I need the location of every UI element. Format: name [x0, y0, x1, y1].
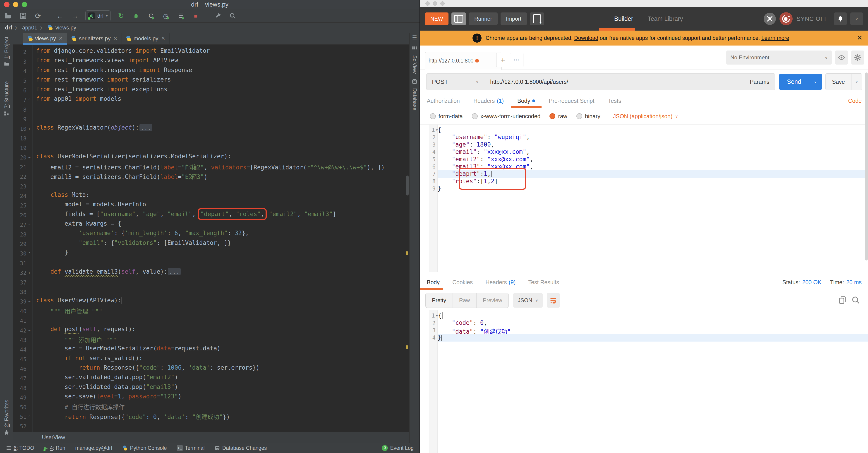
close-tab-icon[interactable]: ✕ — [161, 36, 165, 41]
response-format-select[interactable]: JSON ∨ — [513, 293, 543, 308]
run-configuration-select[interactable]: dj drf ▾ — [85, 10, 111, 21]
back-icon[interactable]: ← — [56, 11, 64, 20]
sync-icon[interactable]: ⟳ — [33, 11, 42, 20]
tab-overflow-button[interactable]: ••• — [510, 53, 523, 67]
environment-select[interactable]: No Environment ∨ — [726, 51, 832, 65]
account-menu-button[interactable]: ∨ — [850, 12, 863, 25]
open-icon[interactable] — [4, 11, 13, 20]
close-button[interactable] — [4, 2, 9, 7]
fold-marker-icon[interactable]: − — [27, 299, 32, 304]
environment-preview-button[interactable] — [835, 51, 848, 65]
run-options-icon[interactable]: ☰▶ — [176, 11, 185, 20]
status-item-database-changes[interactable]: Database Changes — [215, 445, 267, 451]
fold-marker-icon[interactable]: − — [27, 194, 32, 199]
tab-builder[interactable]: Builder — [614, 16, 633, 23]
status-item-4-run[interactable]: ▶4: Run — [44, 445, 65, 451]
profiler-icon[interactable]: ◷▶ — [161, 11, 170, 20]
fold-marker-icon[interactable]: ⌃ — [27, 415, 32, 420]
scrollbar[interactable] — [865, 72, 868, 261]
search-icon[interactable] — [228, 11, 237, 20]
tab-authorization[interactable]: Authorization — [427, 94, 460, 108]
save-icon[interactable] — [19, 11, 28, 20]
warning-stripe-mark[interactable] — [406, 345, 408, 349]
tab-tests[interactable]: Tests — [608, 94, 621, 108]
close-tab-icon[interactable]: ✕ — [59, 36, 63, 41]
radio-raw[interactable]: raw — [550, 113, 570, 120]
status-item-terminal[interactable]: ›_Terminal — [177, 445, 205, 451]
sidebar-item-7-Structure[interactable]: 7: Structure — [4, 81, 10, 118]
sidebar-item-1-Project[interactable]: 1: Project — [4, 37, 10, 68]
run-coverage-icon[interactable]: C▶ — [147, 11, 156, 20]
fold-marker-icon[interactable]: − — [27, 328, 32, 333]
learn-more-link[interactable]: Learn more — [762, 35, 789, 41]
status-item-manage-py-drf[interactable]: manage.py@drf — [75, 445, 112, 451]
notifications-button[interactable] — [834, 12, 847, 25]
warning-stripe-mark[interactable] — [406, 251, 408, 255]
editor-code[interactable]: from django.core.validators import Email… — [33, 44, 409, 432]
response-tab-headers[interactable]: Headers(9) — [486, 274, 516, 290]
import-button[interactable]: Import — [501, 12, 527, 25]
editor-tab-views-py[interactable]: views.py✕ — [23, 33, 67, 44]
radio-x-www-form-urlencoded[interactable]: x-www-form-urlencoded — [472, 113, 544, 120]
method-select[interactable]: POST ∨ — [427, 73, 484, 90]
status-item-6-todo[interactable]: 6: TODO — [6, 445, 34, 451]
close-button[interactable] — [425, 1, 430, 6]
settings-button[interactable] — [851, 51, 864, 65]
code-link[interactable]: Code — [848, 98, 862, 104]
debug-icon[interactable] — [131, 11, 141, 20]
new-button[interactable]: NEW — [425, 12, 448, 25]
tab-headers[interactable]: Headers(1) — [473, 94, 504, 108]
params-button[interactable]: Params — [744, 73, 775, 90]
close-banner-icon[interactable]: ✕ — [857, 34, 863, 42]
view-tab-preview[interactable]: Preview — [476, 293, 508, 308]
postman-logo-icon[interactable] — [779, 12, 793, 25]
code-editor[interactable]: 234567⌃8910+181920−21222324−252627−28293… — [13, 44, 409, 432]
breadcrumb-item[interactable]: app01 — [22, 25, 37, 31]
editor-scrollbar[interactable] — [406, 176, 409, 195]
fold-marker-icon[interactable]: + — [27, 271, 32, 275]
zoom-button[interactable] — [440, 1, 445, 6]
forward-icon[interactable]: → — [70, 11, 80, 20]
new-window-button[interactable] — [530, 12, 544, 25]
view-tab-raw[interactable]: Raw — [453, 293, 476, 308]
tab-list-icon[interactable]: ☰ — [412, 34, 417, 41]
editor-tab-serializers-py[interactable]: serializers.py✕ — [67, 33, 122, 44]
radio-form-data[interactable]: form-data — [430, 113, 466, 120]
fold-marker-icon[interactable]: − — [27, 155, 32, 160]
radio-binary[interactable]: binary — [577, 113, 603, 120]
editor-tab-models-py[interactable]: models.py✕ — [122, 33, 169, 44]
fold-marker-icon[interactable]: + — [27, 127, 32, 131]
response-tab-cookies[interactable]: Cookies — [452, 274, 473, 290]
copy-icon[interactable] — [838, 296, 847, 305]
event-log[interactable]: 3Event Log — [382, 445, 414, 451]
tab-team-library[interactable]: Team Library — [648, 16, 683, 23]
content-type-select[interactable]: JSON (application/json)∨ — [613, 113, 678, 120]
wrench-icon[interactable] — [213, 11, 222, 20]
sidebar-item-database[interactable]: Database — [411, 79, 418, 110]
send-options-button[interactable]: ∨ — [809, 73, 822, 90]
download-link[interactable]: Download — [574, 35, 598, 41]
url-input[interactable]: http://127.0.0.1:8000/api/users/ — [484, 73, 744, 90]
view-tab-pretty[interactable]: Pretty — [426, 293, 453, 308]
sidebar-item-sciview[interactable]: SciView — [411, 46, 418, 73]
search-icon[interactable] — [851, 296, 860, 305]
fold-marker-icon[interactable]: ⌃ — [27, 251, 32, 256]
minimize-button[interactable] — [433, 1, 437, 6]
split-layout-button[interactable] — [452, 12, 466, 25]
tab-pre-request-script[interactable]: Pre-request Script — [549, 94, 594, 108]
close-tab-icon[interactable]: ✕ — [114, 36, 118, 41]
interceptor-icon[interactable] — [764, 13, 776, 25]
wrap-text-button[interactable] — [547, 293, 560, 308]
structure-breadcrumb[interactable]: UserView — [13, 432, 409, 443]
request-body-editor[interactable]: 1▾23456789 { "username": "wupeiqi", "age… — [420, 124, 868, 272]
zoom-button[interactable] — [22, 2, 27, 7]
stop-icon[interactable]: ■ — [191, 11, 200, 20]
runner-button[interactable]: Runner — [469, 12, 498, 25]
new-tab-button[interactable]: + — [496, 53, 509, 67]
editor-code[interactable]: { "username": "wupeiqi", "age": 1800, "e… — [438, 125, 868, 192]
sidebar-item-2-Favorites[interactable]: 2: Favorites — [3, 400, 10, 437]
rerun-icon[interactable]: ↻ — [117, 11, 126, 20]
save-button[interactable]: Save — [826, 73, 851, 90]
tab-body[interactable]: Body — [517, 94, 535, 108]
fold-marker-icon[interactable]: − — [27, 223, 32, 227]
